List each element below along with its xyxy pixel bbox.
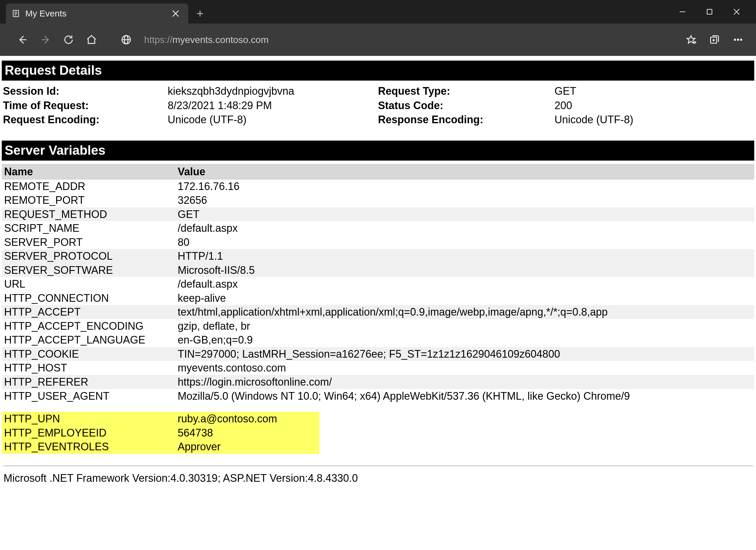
site-info-icon[interactable] (119, 32, 134, 47)
sv-value: /default.aspx (175, 277, 754, 291)
close-tab-icon[interactable] (171, 9, 181, 19)
detail-label: Request Type: (378, 84, 554, 99)
collections-button[interactable] (707, 32, 722, 47)
sv-name: HTTP_UPN (2, 412, 175, 426)
detail-value: 8/23/2021 1:48:29 PM (168, 99, 272, 113)
table-row: HTTP_CONNECTIONkeep-alive (2, 291, 754, 305)
table-row: HTTP_UPNruby.a@contoso.com (2, 412, 319, 426)
new-tab-button[interactable] (188, 4, 212, 24)
sv-value: HTTP/1.1 (175, 249, 754, 263)
page-content: Request Details Session Id:kiekszqbh3dyd… (0, 56, 756, 493)
sv-value: 32656 (175, 193, 754, 207)
sv-value: text/html,application/xhtml+xml,applicat… (175, 305, 754, 319)
detail-row: Request Type:GET (378, 84, 753, 99)
minimize-button[interactable] (669, 0, 696, 24)
sv-name: REMOTE_PORT (2, 193, 175, 207)
detail-label: Session Id: (3, 84, 168, 99)
detail-label: Time of Request: (3, 99, 168, 113)
sv-value: /default.aspx (175, 221, 754, 235)
back-button[interactable] (15, 32, 30, 47)
forward-button[interactable] (38, 32, 53, 47)
table-row: HTTP_ACCEPT_ENCODINGgzip, deflate, br (2, 319, 754, 333)
sv-name: HTTP_HOST (2, 361, 175, 375)
request-details: Session Id:kiekszqbh3dydnpiogvjbvna Time… (0, 84, 756, 141)
svg-point-23 (734, 39, 736, 41)
toolbar: https://myevents.contoso.com (0, 24, 756, 56)
sv-value: Approver (175, 440, 319, 454)
sv-value: Mozilla/5.0 (Windows NT 10.0; Win64; x64… (175, 389, 754, 403)
table-row: HTTP_EMPLOYEEID564738 (2, 426, 319, 440)
sv-name: URL (2, 277, 175, 291)
sv-value: ruby.a@contoso.com (175, 412, 319, 426)
sv-value: Microsoft-IIS/8.5 (175, 263, 754, 277)
sv-header-value: Value (175, 164, 754, 179)
sv-value: gzip, deflate, br (175, 319, 754, 333)
svg-point-24 (737, 39, 739, 41)
request-details-header: Request Details (2, 61, 754, 81)
sv-name: HTTP_USER_AGENT (2, 389, 175, 403)
sv-value: GET (175, 207, 754, 221)
detail-value: Unicode (UTF-8) (168, 113, 247, 127)
table-row: SERVER_PROTOCOLHTTP/1.1 (2, 249, 754, 263)
table-row: REMOTE_PORT32656 (2, 193, 754, 207)
browser-tab[interactable]: My Events (6, 4, 188, 24)
highlighted-vars: HTTP_UPNruby.a@contoso.comHTTP_EMPLOYEEI… (2, 412, 319, 454)
detail-label: Status Code: (378, 99, 554, 113)
url-host: myevents.contoso.com (172, 34, 269, 45)
sv-value: https://login.microsoftonline.com/ (175, 375, 754, 389)
sv-name: SCRIPT_NAME (2, 221, 175, 235)
sv-value: keep-alive (175, 291, 754, 305)
svg-point-25 (740, 39, 742, 41)
more-button[interactable] (731, 32, 745, 47)
address-bar[interactable]: https://myevents.contoso.com (142, 34, 675, 45)
maximize-button[interactable] (696, 0, 723, 24)
table-row: HTTP_ACCEPTtext/html,application/xhtml+x… (2, 305, 754, 319)
browser-chrome: My Events (0, 0, 756, 56)
sv-name: HTTP_CONNECTION (2, 291, 175, 305)
favorites-button[interactable] (684, 32, 698, 47)
sv-name: HTTP_COOKIE (2, 347, 175, 361)
sv-name: HTTP_ACCEPT (2, 305, 175, 319)
sv-name: SERVER_SOFTWARE (2, 263, 175, 277)
table-row: HTTP_EVENTROLESApprover (2, 440, 319, 454)
window-controls (669, 0, 756, 24)
sv-body: REMOTE_ADDR172.16.76.16REMOTE_PORT32656R… (2, 179, 754, 403)
sv-name: HTTP_ACCEPT_LANGUAGE (2, 333, 175, 347)
table-row: REQUEST_METHODGET (2, 207, 754, 221)
table-row: REMOTE_ADDR172.16.76.16 (2, 179, 754, 194)
sv-name: HTTP_REFERER (2, 375, 175, 389)
svg-rect-9 (707, 9, 712, 14)
table-row: URL/default.aspx (2, 277, 754, 291)
sv-name: SERVER_PROTOCOL (2, 249, 175, 263)
sv-name: SERVER_PORT (2, 235, 175, 249)
table-row: SCRIPT_NAME/default.aspx (2, 221, 754, 235)
sv-value: 564738 (175, 426, 319, 440)
detail-value: kiekszqbh3dydnpiogvjbvna (168, 84, 294, 99)
detail-row: Request Encoding:Unicode (UTF-8) (3, 113, 378, 127)
sv-name: HTTP_EVENTROLES (2, 440, 175, 454)
detail-label: Request Encoding: (3, 113, 168, 127)
refresh-button[interactable] (61, 32, 76, 47)
close-window-button[interactable] (723, 0, 750, 24)
sv-name: REQUEST_METHOD (2, 207, 175, 221)
sv-value: 80 (175, 235, 754, 249)
tab-title: My Events (25, 9, 165, 19)
detail-row: Time of Request:8/23/2021 1:48:29 PM (3, 99, 378, 113)
server-variables-header: Server Variables (2, 141, 754, 161)
table-row: HTTP_USER_AGENTMozilla/5.0 (Windows NT 1… (2, 389, 754, 403)
sv-value: 172.16.76.16 (175, 179, 754, 194)
table-row: SERVER_PORT80 (2, 235, 754, 249)
home-button[interactable] (84, 32, 99, 47)
sv-name: HTTP_EMPLOYEEID (2, 426, 175, 440)
table-row: SERVER_SOFTWAREMicrosoft-IIS/8.5 (2, 263, 754, 277)
url-scheme: https:// (144, 34, 172, 45)
table-row: HTTP_REFERERhttps://login.microsoftonlin… (2, 375, 754, 389)
detail-row: Status Code:200 (378, 99, 753, 113)
detail-value: 200 (554, 99, 572, 113)
table-row: HTTP_COOKIETIN=297000; LastMRH_Session=a… (2, 347, 754, 361)
table-row: HTTP_ACCEPT_LANGUAGEen-GB,en;q=0.9 (2, 333, 754, 347)
sv-header-row: Name Value (2, 164, 754, 179)
details-left-col: Session Id:kiekszqbh3dydnpiogvjbvna Time… (3, 84, 378, 127)
sv-name: HTTP_ACCEPT_ENCODING (2, 319, 175, 333)
detail-value: GET (554, 84, 576, 99)
